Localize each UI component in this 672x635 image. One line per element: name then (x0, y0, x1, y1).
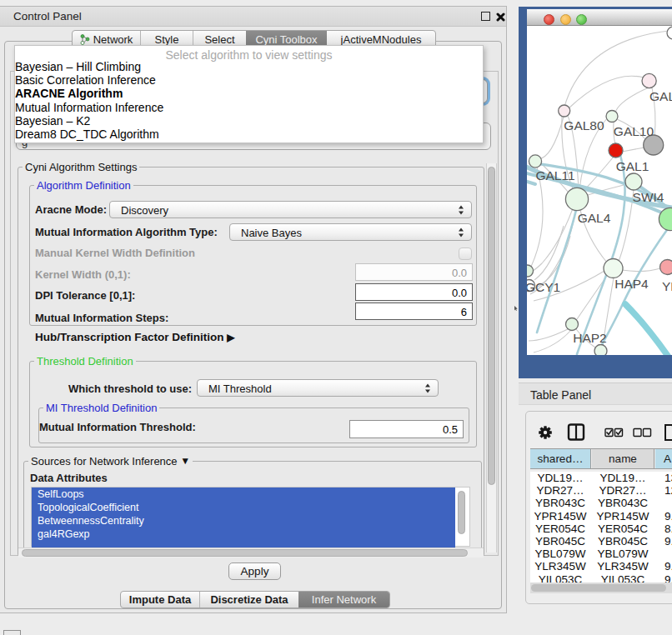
svg-text:HAP2: HAP2 (573, 331, 607, 345)
svg-text:SWI4: SWI4 (633, 190, 664, 204)
svg-text:YM: YM (662, 279, 672, 293)
svg-text:GAL1: GAL1 (616, 159, 649, 173)
svg-text:HAP4: HAP4 (614, 277, 649, 291)
svg-text:GAL80: GAL80 (564, 118, 604, 132)
svg-text:GAL11: GAL11 (535, 168, 574, 182)
svg-text:GAL4: GAL4 (578, 211, 611, 225)
svg-text:GAL10: GAL10 (614, 124, 654, 138)
svg-text:GAL7: GAL7 (649, 89, 672, 103)
svg-text:GCY1: GCY1 (527, 280, 560, 294)
